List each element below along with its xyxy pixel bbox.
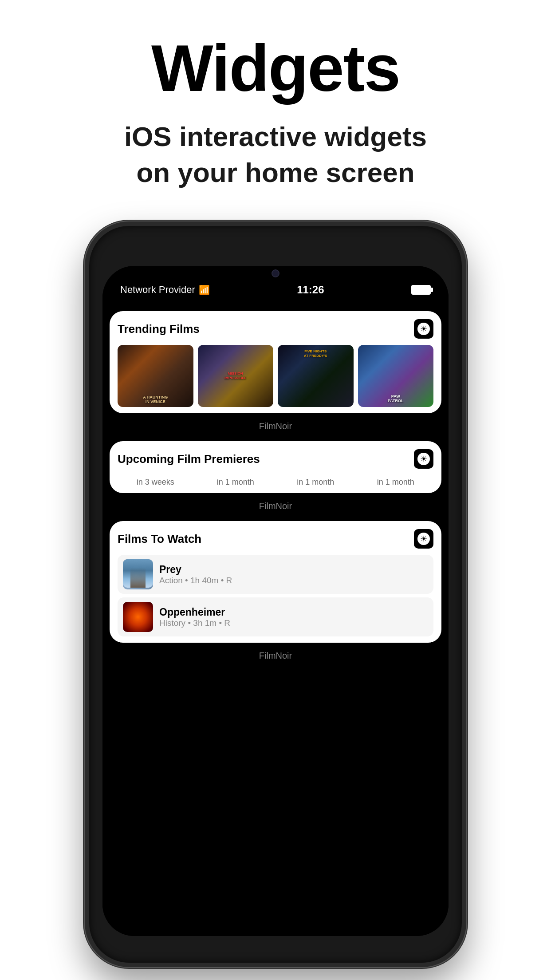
volume-up-button	[85, 324, 87, 359]
wonka-release: in 1 month	[217, 478, 254, 487]
app-icon-upcoming[interactable]: ☀	[414, 449, 433, 469]
app-icon[interactable]: ☀	[414, 319, 433, 339]
battery-indicator	[411, 285, 431, 295]
aquaman-release: in 1 month	[377, 478, 414, 487]
prey-thumbnail	[123, 559, 153, 589]
app-icon-inner-watchlist: ☀	[417, 533, 430, 545]
upcoming-films-widget[interactable]: Upcoming Film Premieres ☀ Napoléon	[110, 441, 441, 493]
widget-header-upcoming: Upcoming Film Premieres ☀	[118, 449, 433, 469]
watchlist-title: Films To Watch	[118, 532, 201, 546]
trending-films-widget[interactable]: Trending Films ☀ A HAUNTINGIN VENICE MI	[110, 311, 441, 413]
upcoming-poster-aquaman[interactable]: AQUAMAN 2 in 1 month	[358, 475, 434, 487]
battery-icon	[411, 285, 431, 295]
app-logo-icon-upcoming: ☀	[420, 454, 427, 464]
trending-filmnoir-label: FilmNoir	[102, 419, 449, 435]
upcoming-posters-row: Napoléon in 3 weeks Wonka in 1 month	[118, 475, 433, 487]
oppenheimer-info: Oppenheimer History • 3h 1m • R	[159, 606, 428, 628]
watchlist-widget[interactable]: Films To Watch ☀	[110, 521, 441, 643]
page-subtitle: iOS interactive widgets on your home scr…	[0, 119, 551, 190]
prey-name: Prey	[159, 564, 428, 576]
oppenheimer-meta: History • 3h 1m • R	[159, 618, 428, 628]
camera-dot	[272, 269, 279, 277]
oppenheimer-thumbnail	[123, 602, 153, 632]
silent-button	[85, 288, 87, 312]
poster-mission[interactable]: MISSIONIMPOSSIBLE	[198, 345, 274, 407]
screen-content: Trending Films ☀ A HAUNTINGIN VENICE MI	[102, 300, 449, 936]
app-logo-icon: ☀	[420, 324, 427, 334]
power-button	[464, 341, 466, 399]
poster-2-label: MISSIONIMPOSSIBLE	[224, 372, 246, 380]
network-provider-label: Network Provider	[120, 284, 195, 296]
phone-frame: Network Provider 📶 11:26 Trending Films	[85, 221, 466, 967]
poster-paw[interactable]: PAWPATROL	[358, 345, 434, 407]
network-info: Network Provider 📶	[120, 284, 210, 296]
napoleon-release: in 3 weeks	[137, 478, 174, 487]
poster-haunting[interactable]: A HAUNTINGIN VENICE	[118, 345, 193, 407]
app-icon-inner: ☀	[417, 323, 430, 335]
app-logo-icon-watchlist: ☀	[420, 534, 427, 544]
header-section: Widgets iOS interactive widgets on your …	[0, 0, 551, 208]
page-title: Widgets	[0, 36, 551, 101]
widget-header: Trending Films ☀	[118, 319, 433, 339]
oppenheimer-name: Oppenheimer	[159, 606, 428, 618]
volume-down-button	[85, 372, 87, 408]
upcoming-poster-wonka[interactable]: Wonka in 1 month	[198, 475, 274, 487]
upcoming-poster-rebelmoon[interactable]: REBELMOON in 1 month	[278, 475, 354, 487]
poster-1-label: A HAUNTINGIN VENICE	[118, 395, 193, 405]
film-item-prey[interactable]: Prey Action • 1h 40m • R	[118, 555, 433, 594]
notch	[231, 266, 320, 280]
phone-mockup: Network Provider 📶 11:26 Trending Films	[85, 221, 466, 967]
phone-screen: Network Provider 📶 11:26 Trending Films	[102, 266, 449, 936]
upcoming-filmnoir-label: FilmNoir	[102, 499, 449, 515]
time-display: 11:26	[297, 284, 324, 296]
rebelmoon-release: in 1 month	[297, 478, 334, 487]
film-item-oppenheimer[interactable]: Oppenheimer History • 3h 1m • R	[118, 597, 433, 636]
poster-3-label: FIVE NIGHTSAT FREDDY'S	[278, 349, 354, 358]
poster-fnaf[interactable]: FIVE NIGHTSAT FREDDY'S	[278, 345, 354, 407]
trending-posters-row: A HAUNTINGIN VENICE MISSIONIMPOSSIBLE FI…	[118, 345, 433, 407]
trending-title: Trending Films	[118, 322, 200, 336]
prey-meta: Action • 1h 40m • R	[159, 576, 428, 585]
upcoming-poster-napoleon[interactable]: Napoléon in 3 weeks	[118, 475, 193, 487]
wifi-icon: 📶	[199, 285, 210, 295]
watchlist-filmnoir-label: FilmNoir	[102, 649, 449, 664]
film-list: Prey Action • 1h 40m • R Oppenheimer His…	[118, 555, 433, 636]
app-icon-watchlist[interactable]: ☀	[414, 529, 433, 549]
app-icon-inner-upcoming: ☀	[417, 453, 430, 465]
upcoming-title: Upcoming Film Premieres	[118, 452, 260, 466]
prey-info: Prey Action • 1h 40m • R	[159, 564, 428, 585]
widget-header-watchlist: Films To Watch ☀	[118, 529, 433, 549]
poster-4-label: PAWPATROL	[358, 394, 434, 404]
